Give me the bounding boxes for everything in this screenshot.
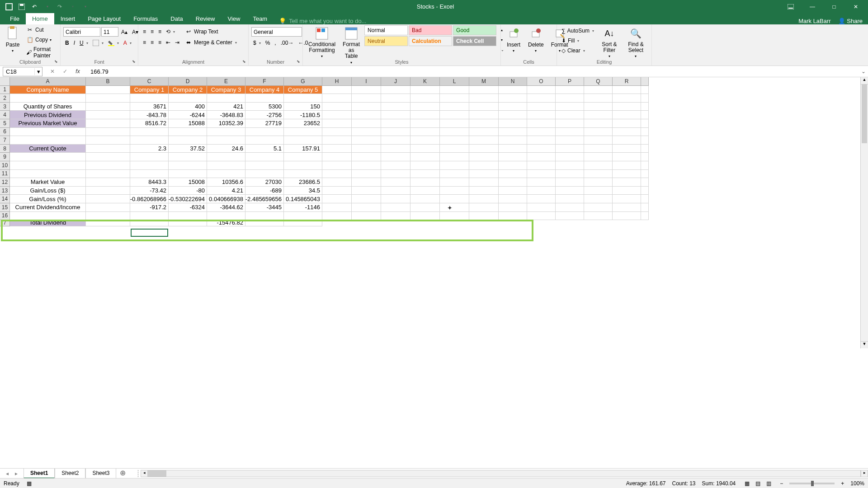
row-header-10[interactable]: 10 bbox=[0, 161, 10, 170]
row-header-4[interactable]: 4 bbox=[0, 111, 10, 119]
cell-L11[interactable] bbox=[440, 170, 469, 178]
cell-E13[interactable]: 4.21 bbox=[207, 187, 245, 195]
cell-O6[interactable] bbox=[527, 128, 556, 136]
cell-B8[interactable] bbox=[86, 145, 130, 153]
cell-L13[interactable] bbox=[440, 187, 469, 195]
cell-K6[interactable] bbox=[410, 128, 440, 136]
cell-A1[interactable]: Company Name bbox=[10, 86, 86, 94]
cell-Q10[interactable] bbox=[584, 161, 613, 170]
name-box[interactable]: C18 ▾ bbox=[3, 67, 42, 76]
cell-R4[interactable] bbox=[613, 111, 641, 119]
row-header-12[interactable]: 12 bbox=[0, 178, 10, 187]
cell-N5[interactable] bbox=[499, 119, 527, 128]
cell-G4[interactable]: -1180.5 bbox=[284, 111, 322, 119]
maximize-icon[interactable]: □ bbox=[824, 0, 844, 13]
cell-N2[interactable] bbox=[499, 94, 527, 103]
copy-button[interactable]: 📋Copy▾ bbox=[24, 35, 57, 44]
cancel-formula-icon[interactable]: ✕ bbox=[48, 67, 57, 76]
row-header-8[interactable]: 8 bbox=[0, 145, 10, 153]
cell-P10[interactable] bbox=[556, 161, 584, 170]
cell-K13[interactable] bbox=[410, 187, 440, 195]
cell-B9[interactable] bbox=[86, 153, 130, 161]
cell-F1[interactable]: Company 4 bbox=[245, 86, 284, 94]
cell-K9[interactable] bbox=[410, 153, 440, 161]
cell-Q12[interactable] bbox=[584, 178, 613, 187]
cell-E11[interactable] bbox=[207, 170, 245, 178]
cell-N4[interactable] bbox=[499, 111, 527, 119]
cell-O7[interactable] bbox=[527, 136, 556, 145]
cut-button[interactable]: ✂Cut bbox=[24, 25, 57, 34]
cell-M7[interactable] bbox=[469, 136, 499, 145]
cell-G13[interactable]: 34.5 bbox=[284, 187, 322, 195]
cell-D7[interactable] bbox=[169, 136, 207, 145]
cell-C6[interactable] bbox=[130, 128, 169, 136]
cell-E14[interactable]: 0.040666938 bbox=[207, 195, 245, 203]
format-painter-button[interactable]: 🖌Format Painter bbox=[24, 45, 57, 60]
cell-J14[interactable] bbox=[381, 195, 410, 203]
cell-I2[interactable] bbox=[352, 94, 381, 103]
cell-N8[interactable] bbox=[499, 145, 527, 153]
style-neutral[interactable]: Neutral bbox=[364, 36, 408, 46]
cell-K3[interactable] bbox=[410, 103, 440, 111]
number-launcher[interactable]: ⬊ bbox=[295, 58, 302, 65]
cell-M1[interactable] bbox=[469, 86, 499, 94]
cell-R10[interactable] bbox=[613, 161, 641, 170]
cell-E1[interactable]: Company 3 bbox=[207, 86, 245, 94]
underline-button[interactable]: U bbox=[78, 38, 90, 47]
tab-insert[interactable]: Insert bbox=[54, 13, 82, 24]
row-header-6[interactable]: 6 bbox=[0, 128, 10, 136]
font-size-select[interactable] bbox=[101, 27, 118, 37]
tab-view[interactable]: View bbox=[221, 13, 246, 24]
cell-J4[interactable] bbox=[381, 111, 410, 119]
sheet-prev-icon[interactable]: ▸ bbox=[13, 470, 20, 477]
cell-A11[interactable] bbox=[10, 170, 86, 178]
cell-L9[interactable] bbox=[440, 153, 469, 161]
cell-C8[interactable]: 2.3 bbox=[130, 145, 169, 153]
hscroll-right-icon[interactable]: ▸ bbox=[861, 470, 868, 477]
cell-D13[interactable]: -80 bbox=[169, 187, 207, 195]
cell-D5[interactable]: 15088 bbox=[169, 119, 207, 128]
cell-H5[interactable] bbox=[322, 119, 352, 128]
cell-A7[interactable] bbox=[10, 136, 86, 145]
cell-P2[interactable] bbox=[556, 94, 584, 103]
select-all-corner[interactable] bbox=[0, 77, 10, 86]
cell-M12[interactable] bbox=[469, 178, 499, 187]
cell-L12[interactable] bbox=[440, 178, 469, 187]
cell-L3[interactable] bbox=[440, 103, 469, 111]
cell-J9[interactable] bbox=[381, 153, 410, 161]
cell-N14[interactable] bbox=[499, 195, 527, 203]
cell-Q14[interactable] bbox=[584, 195, 613, 203]
cell-Q13[interactable] bbox=[584, 187, 613, 195]
cell-K5[interactable] bbox=[410, 119, 440, 128]
cell-G6[interactable] bbox=[284, 128, 322, 136]
cell-N11[interactable] bbox=[499, 170, 527, 178]
alignment-launcher[interactable]: ⬊ bbox=[241, 58, 247, 65]
cell-D7[interactable] bbox=[169, 220, 207, 226]
cell-L8[interactable] bbox=[440, 145, 469, 153]
col-header-K[interactable]: K bbox=[410, 77, 440, 86]
cell-D8[interactable]: 37.52 bbox=[169, 145, 207, 153]
cell-M15[interactable] bbox=[469, 203, 499, 212]
cell-I1[interactable] bbox=[352, 86, 381, 94]
cell-P6[interactable] bbox=[556, 128, 584, 136]
cell-J6[interactable] bbox=[381, 128, 410, 136]
cell-R12[interactable] bbox=[613, 178, 641, 187]
col-header-J[interactable]: J bbox=[381, 77, 410, 86]
cell-H12[interactable] bbox=[322, 178, 352, 187]
cell-Q15[interactable] bbox=[584, 203, 613, 212]
style-check-cell[interactable]: Check Cell bbox=[453, 36, 496, 46]
tab-data[interactable]: Data bbox=[164, 13, 189, 24]
cell-K4[interactable] bbox=[410, 111, 440, 119]
tab-review[interactable]: Review bbox=[189, 13, 222, 24]
cell-Q5[interactable] bbox=[584, 119, 613, 128]
cell-Q9[interactable] bbox=[584, 153, 613, 161]
cell-D10[interactable] bbox=[169, 161, 207, 170]
cell-F14[interactable]: -2.485659656 bbox=[245, 195, 284, 203]
cell-N13[interactable] bbox=[499, 187, 527, 195]
cell-A13[interactable]: Gain/Loss ($) bbox=[10, 187, 86, 195]
cell-G12[interactable]: 23686.5 bbox=[284, 178, 322, 187]
align-bottom-button[interactable]: ≡ bbox=[156, 27, 163, 36]
save-icon[interactable] bbox=[16, 1, 27, 12]
cell-M2[interactable] bbox=[469, 94, 499, 103]
cell-H15[interactable] bbox=[322, 203, 352, 212]
